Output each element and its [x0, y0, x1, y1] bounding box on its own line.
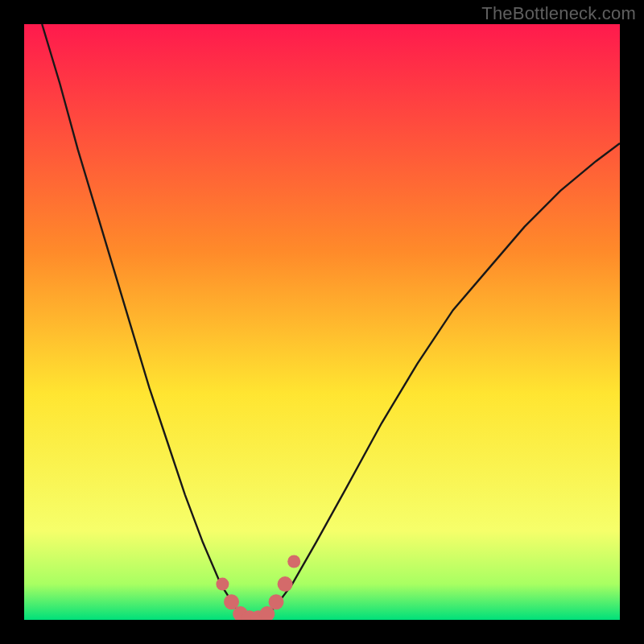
marker-dot [278, 576, 293, 592]
bottleneck-plot [24, 24, 620, 620]
chart-frame: TheBottleneck.com [0, 0, 644, 644]
marker-dot [269, 594, 284, 609]
marker-dot [287, 555, 300, 568]
watermark-text: TheBottleneck.com [481, 3, 636, 24]
marker-dot [216, 578, 229, 591]
